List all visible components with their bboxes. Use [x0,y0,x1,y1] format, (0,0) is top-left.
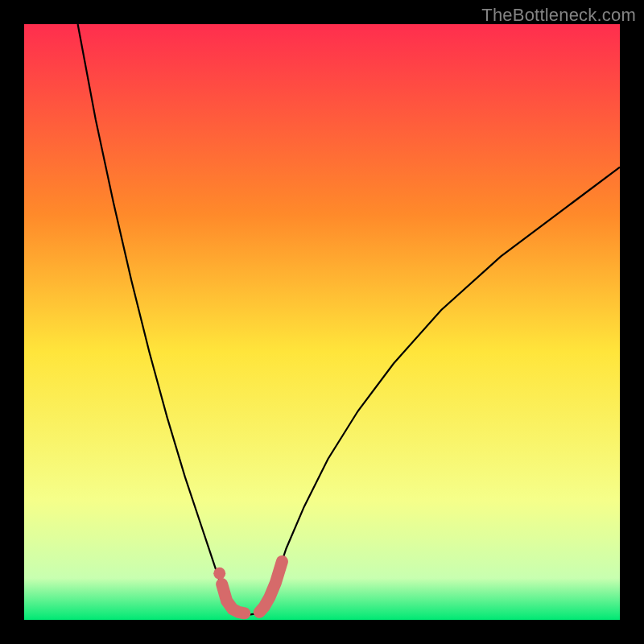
gradient-background [24,24,620,620]
marker-dot [213,568,225,580]
chart-svg [24,24,620,620]
watermark-text: TheBottleneck.com [481,5,636,26]
plot-area [24,24,620,620]
chart-frame: TheBottleneck.com [0,0,644,644]
